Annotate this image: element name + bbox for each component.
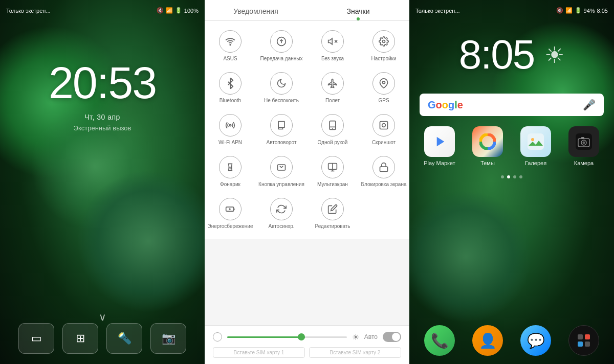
left-panel: Только экстрен... 🔇 📶 🔋 100% 20:53 Чт, 3… (0, 0, 205, 364)
brightness-row: ☀ Авто (213, 332, 401, 342)
dnd-icon (270, 72, 293, 95)
toggle-wifi-apn-label: Wi-Fi APN (218, 140, 242, 146)
dot-2[interactable] (507, 175, 510, 178)
left-status-icons: 🔇 📶 🔋 100% (157, 7, 199, 14)
toggle-autorotate[interactable]: Автоповорот (256, 109, 307, 151)
dock-apps[interactable] (562, 325, 606, 356)
toggle-settings[interactable]: Настройки (358, 25, 409, 67)
right-clock: 8:05 (459, 31, 535, 78)
dot-3[interactable] (513, 175, 516, 178)
settings-icon (372, 30, 395, 53)
toggle-asus-label: ASUS (223, 56, 237, 62)
toggle-wifi-apn[interactable]: Wi-Fi APN (205, 109, 256, 151)
home-app-grid: Play Маркет Темы (409, 116, 614, 171)
app-gallery[interactable]: Галерея (514, 126, 558, 166)
toggle-onehand[interactable]: Одной рукой (307, 109, 358, 151)
toggle-airplane-label: Полет (325, 98, 340, 104)
toggle-flashlight[interactable]: Фонарик (205, 151, 256, 193)
right-time-row: 8:05 ☀ (409, 31, 614, 78)
svg-marker-3 (328, 38, 333, 44)
toggle-autosync-label: Автосинхр. (268, 223, 294, 230)
toggle-empty (358, 193, 409, 235)
dock-phone[interactable]: 📞 (418, 325, 462, 356)
sim2-slot[interactable]: Вставьте SIM-карту 2 (309, 347, 401, 358)
lockscreen-icon (372, 156, 395, 178)
brightness-auto-toggle[interactable] (383, 332, 401, 342)
dock-contacts[interactable]: 👤 (466, 325, 510, 356)
toggle-airplane[interactable]: Полет (307, 67, 358, 109)
toggle-battery-save[interactable]: Энергосбережение (205, 193, 256, 235)
svg-point-8 (229, 124, 231, 126)
app-play-market[interactable]: Play Маркет (418, 126, 462, 166)
toggle-data-label: Передача данных (260, 56, 302, 62)
toggle-dnd-label: Не беспокоить (264, 98, 299, 104)
mic-icon[interactable]: 🎤 (583, 99, 596, 111)
sim-row: Вставьте SIM-карту 1 Вставьте SIM-карту … (213, 347, 401, 358)
dot-4[interactable] (519, 175, 522, 178)
toggle-control-label: Кнопка управления (258, 181, 304, 188)
left-status-bar: Только экстрен... 🔇 📶 🔋 100% (0, 5, 205, 16)
svg-rect-33 (581, 137, 584, 139)
toggle-settings-label: Настройки (371, 56, 396, 62)
left-status-text: Только экстрен... (6, 8, 51, 14)
right-status-text: Только экстрен... (415, 8, 460, 14)
svg-rect-36 (578, 342, 583, 347)
toggle-data[interactable]: Передача данных (256, 25, 307, 67)
left-emergency[interactable]: Экстренный вызов (74, 124, 131, 132)
right-status-time: 8:05 (597, 8, 608, 14)
svg-point-32 (583, 142, 585, 144)
airplane-icon (321, 72, 344, 95)
brightness-fill (227, 336, 305, 338)
brightness-slider[interactable] (227, 336, 347, 338)
toggle-onehand-label: Одной рукой (318, 140, 348, 146)
screenshot-icon (372, 114, 395, 136)
tab-notifications[interactable]: Уведомления (205, 0, 307, 20)
toggle-lockscreen-label: Блокировка экрана (361, 181, 407, 188)
flashlight-button[interactable]: 🔦 (106, 323, 142, 354)
camera-button[interactable]: 📷 (150, 323, 186, 354)
toggle-lockscreen[interactable]: Блокировка экрана (358, 151, 409, 193)
google-search-bar[interactable]: Google 🎤 (420, 94, 604, 116)
right-battery-icon: 🔋 (575, 7, 582, 14)
home-button[interactable]: ⊞ (62, 323, 98, 354)
svg-rect-37 (585, 342, 590, 347)
toggle-multiscreen[interactable]: Мультиэкран (307, 151, 358, 193)
toggle-gps[interactable]: GPS (358, 67, 409, 109)
autorotate-icon (270, 114, 293, 136)
toggle-asus[interactable]: ASUS (205, 25, 256, 67)
battery-save-icon (219, 198, 242, 220)
toggle-control[interactable]: Кнопка управления (256, 151, 307, 193)
bottom-dock: 📞 👤 💬 (409, 317, 614, 364)
dot-1[interactable] (501, 175, 504, 178)
brightness-min-icon (213, 332, 222, 342)
middle-panel: Уведомления Значки ASUS (205, 0, 409, 364)
toggle-autosync[interactable]: Автосинхр. (256, 193, 307, 235)
sim1-slot[interactable]: Вставьте SIM-карту 1 (213, 347, 305, 358)
toggle-bluetooth[interactable]: Bluetooth (205, 67, 256, 109)
left-bottom-shortcuts: ▭ ⊞ 🔦 📷 (18, 323, 186, 354)
toggle-edit[interactable]: Редактировать (307, 193, 358, 235)
recents-button[interactable]: ▭ (18, 323, 54, 354)
contacts-dock-icon: 👤 (472, 325, 503, 356)
toggle-screenshot-label: Скриншот (372, 140, 396, 146)
onehand-icon (321, 114, 344, 136)
tab-badges[interactable]: Значки (307, 0, 409, 20)
left-chevron-icon[interactable]: ∨ (99, 311, 106, 323)
dock-messages[interactable]: 💬 (514, 325, 558, 356)
app-camera[interactable]: Камера (562, 126, 606, 166)
toggle-dnd[interactable]: Не беспокоить (256, 67, 307, 109)
right-mute-icon: 🔇 (556, 7, 563, 14)
toggle-mute[interactable]: Без звука (307, 25, 358, 67)
svg-rect-21 (380, 167, 388, 171)
toggle-flashlight-label: Фонарик (220, 181, 240, 188)
app-themes[interactable]: Темы (466, 126, 510, 166)
toggle-multiscreen-label: Мультиэкран (317, 181, 348, 188)
right-battery-percent: 94% (584, 8, 595, 14)
app-play-label: Play Маркет (424, 160, 455, 166)
toggle-screenshot[interactable]: Скриншот (358, 109, 409, 151)
flashlight-toggle-icon (219, 156, 242, 178)
battery-percent: 100% (184, 8, 199, 14)
brightness-auto-label: Авто (364, 333, 378, 340)
autosync-icon (270, 198, 293, 220)
left-content: Только экстрен... 🔇 📶 🔋 100% 20:53 Чт, 3… (0, 0, 205, 364)
